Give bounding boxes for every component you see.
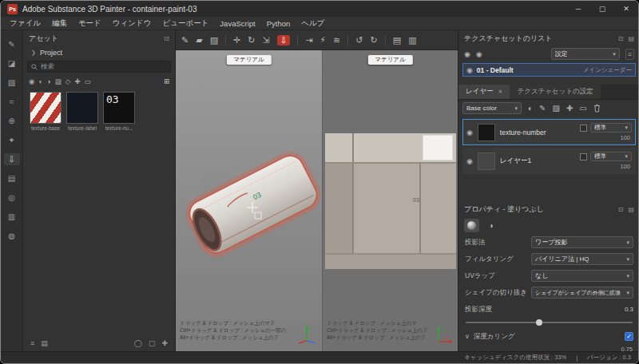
filter-smart-materials-icon[interactable]: ◑	[47, 77, 51, 85]
slider-knob[interactable]	[536, 319, 542, 326]
smudge-tool-icon[interactable]: ≈	[4, 96, 20, 108]
projection-depth-value[interactable]: 0.3	[625, 306, 633, 313]
add-circle-icon[interactable]: ◯	[134, 339, 142, 347]
add-fill-layer-icon[interactable]: ▨	[552, 104, 559, 113]
list-view-icon[interactable]: ≡	[30, 339, 34, 347]
asset-item[interactable]: texture-label	[66, 92, 98, 131]
menu-javascript[interactable]: JavaScript	[214, 19, 260, 28]
eye-icon[interactable]: ◉	[466, 157, 473, 165]
search-input[interactable]: 検索	[27, 61, 171, 73]
symmetry-icon[interactable]: ≋	[333, 35, 340, 46]
menu-window[interactable]: ウィンドウ	[107, 18, 157, 29]
close-button[interactable]: ✕	[614, 1, 638, 17]
fast-mode-icon[interactable]: ⚡	[320, 35, 326, 46]
viewport-2d[interactable]: 03 マテリアル ドラッグ & ドロップ : メッシュ上のマ Ctrl+ドラッグ…	[322, 50, 458, 351]
scale-tool-icon[interactable]: ⇲	[263, 35, 270, 46]
menu-edit[interactable]: 編集	[46, 18, 73, 29]
navigation-gizmo-2d[interactable]: V U	[435, 324, 454, 345]
eraser-tool-icon[interactable]: ◪	[4, 57, 20, 69]
sort-icon[interactable]: ▤	[41, 339, 48, 347]
filter-more-icon[interactable]: ▭	[84, 77, 90, 85]
maximize-button[interactable]: ▢	[590, 1, 614, 17]
texture-set-row[interactable]: ◉ 01 - Default メインシェーダー	[462, 63, 636, 77]
panel-float-icon[interactable]: ⊡	[618, 206, 624, 213]
material-chip-2d[interactable]: マテリアル	[367, 55, 412, 65]
navigation-gizmo-3d[interactable]: y	[297, 322, 318, 345]
tab-layers[interactable]: レイヤー ✕	[458, 85, 510, 99]
blend-mode-dropdown[interactable]: 標準 ▾	[590, 152, 632, 161]
shape-crop-dropdown[interactable]: シェイプがシェイプの外側に拡張 ▾	[531, 287, 633, 299]
layer-row-layer1[interactable]: ◉ レイヤー1 標準 ▾ 100	[462, 148, 636, 174]
particles-tool-icon[interactable]: ✦	[4, 134, 20, 146]
panel-float-icon[interactable]: ⊡	[164, 35, 169, 42]
projection-depth-slider[interactable]	[466, 322, 633, 323]
filter-materials-icon[interactable]: ◐	[38, 77, 42, 85]
add-square-icon[interactable]: ▢	[149, 339, 156, 347]
layer-row-texture-number[interactable]: ◉ texture-number 標準 ▾ 100	[462, 119, 636, 145]
panel-menu-icon[interactable]: ▤	[628, 35, 634, 42]
redo-icon[interactable]: ↻	[371, 35, 378, 46]
trash-icon[interactable]	[593, 104, 601, 113]
asset-thumbnail-texture-number[interactable]: 03	[103, 92, 135, 124]
camera-icon[interactable]: ◍	[4, 230, 20, 242]
projection-tool-icon[interactable]: ▰	[196, 35, 202, 46]
channels-mode-button[interactable]: ◑	[483, 219, 498, 232]
layer-mask-chip[interactable]	[580, 153, 587, 160]
tab-texture-set-settings[interactable]: テクスチャセットの設定	[510, 85, 600, 99]
layer-mask-chip[interactable]	[580, 125, 587, 132]
menu-viewport[interactable]: ビューポート	[157, 18, 214, 29]
right-panel-toggle-icon[interactable]: ▥	[408, 35, 416, 46]
fill-tool-icon[interactable]: ▨	[4, 77, 20, 89]
eye-icon[interactable]: ◉	[464, 50, 470, 58]
filtering-dropdown[interactable]: バイリニア法 | HQ ▾	[531, 253, 633, 265]
filter-all-icon[interactable]: ◉	[29, 77, 34, 85]
projection-dropdown[interactable]: ワープ投影 ▾	[531, 236, 633, 248]
display-settings-icon[interactable]: ▥	[4, 211, 20, 223]
layer-opacity[interactable]: 100	[620, 163, 632, 170]
active-projection-tool-icon[interactable]: ⇩	[277, 35, 290, 46]
menu-help[interactable]: ヘルプ	[296, 18, 330, 29]
left-panel-toggle-icon[interactable]: ▤	[393, 35, 401, 46]
asset-item[interactable]: 03 texture-nu...	[103, 92, 135, 131]
export-icon[interactable]: ⇩	[4, 153, 20, 165]
filter-textures-icon[interactable]: ◇	[65, 77, 71, 85]
add-folder-icon[interactable]: ▭	[579, 104, 586, 113]
paint-tool-icon[interactable]: ✎	[181, 35, 189, 46]
material-mode-button[interactable]	[464, 219, 479, 232]
brush-tool-icon[interactable]: ✎	[4, 38, 20, 50]
asset-item[interactable]: texture-base	[30, 92, 62, 131]
close-icon[interactable]: ✕	[498, 89, 503, 95]
asset-thumbnail-texture-label[interactable]	[66, 92, 98, 124]
undo-icon[interactable]: ↺	[355, 35, 363, 46]
polygon-fill-tool-icon[interactable]: ▨	[210, 35, 218, 46]
clone-tool-icon[interactable]: ⊕	[4, 115, 20, 127]
menu-file[interactable]: ファイル	[4, 18, 46, 29]
filter-environments-icon[interactable]: ✚	[74, 77, 80, 85]
add-layer-icon[interactable]: ✚	[566, 104, 573, 113]
uv-wrap-dropdown[interactable]: なし ▾	[531, 270, 633, 282]
minimize-button[interactable]: ─	[566, 1, 590, 17]
panel-options-icon[interactable]: ≡	[625, 49, 634, 60]
snap-icon[interactable]: ⇥	[305, 35, 312, 46]
section-collapse-icon[interactable]: ∨	[465, 333, 470, 340]
grid-view-icon[interactable]: ⊞	[164, 77, 169, 85]
viewport-3d[interactable]: 03 マテリアル ドラッグ & ドロップ : メッシュ上のマテ Ctrl+ドラッ…	[176, 50, 322, 351]
rotate-tool-icon[interactable]: ↻	[248, 35, 255, 46]
eye-icon[interactable]: ◉	[476, 50, 482, 58]
channel-filter-dropdown[interactable]: Base color ▾	[462, 102, 522, 114]
bake-icon[interactable]: ◎	[4, 192, 20, 204]
depth-culling-checkbox[interactable]: ✓	[625, 332, 633, 341]
filter-smart-masks-icon[interactable]: ▨	[55, 77, 62, 85]
assets-icon[interactable]: ▤	[4, 172, 20, 184]
menu-python[interactable]: Python	[261, 19, 296, 28]
blend-mode-dropdown[interactable]: 標準 ▾	[590, 123, 632, 133]
add-paint-layer-icon[interactable]: ✎	[539, 104, 546, 113]
asset-thumbnail-texture-base[interactable]	[30, 92, 62, 124]
material-chip-3d[interactable]: マテリアル	[226, 55, 271, 65]
title-bar[interactable]: Ps Adobe Substance 3D Painter - containe…	[1, 1, 638, 17]
layer-opacity[interactable]: 100	[620, 134, 632, 141]
menu-mode[interactable]: モード	[73, 18, 107, 29]
settings-dropdown[interactable]: 設定 ▾	[551, 48, 620, 60]
panel-menu-icon[interactable]: ▤	[628, 206, 634, 213]
add-mask-icon[interactable]: ◐	[528, 104, 533, 113]
